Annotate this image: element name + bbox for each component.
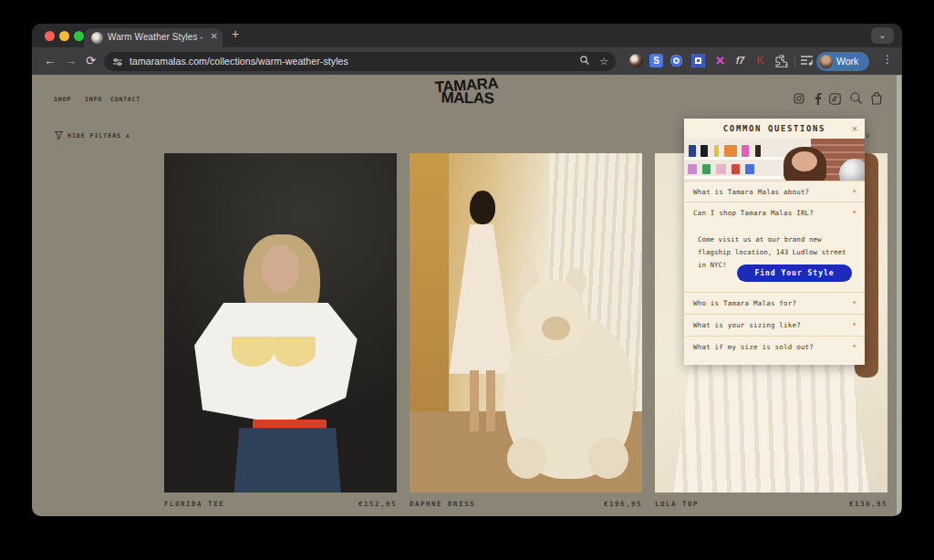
f7-extension-icon[interactable]: f7 bbox=[733, 54, 748, 68]
url-text: tamaramalas.com/collections/warm-weather… bbox=[130, 56, 348, 67]
facebook-icon[interactable] bbox=[814, 93, 822, 105]
instagram-icon[interactable] bbox=[794, 93, 804, 104]
reload-button[interactable]: ⟳ bbox=[86, 53, 96, 68]
product-price: €196,95 bbox=[604, 500, 642, 508]
tab-title: Warm Weather Styles – Tama bbox=[108, 32, 202, 42]
faq-question-4[interactable]: What is your sizing like? ▾ bbox=[684, 314, 865, 335]
profile-chip[interactable]: Work bbox=[816, 52, 869, 71]
nav-item-shop[interactable]: SHOP bbox=[54, 96, 71, 103]
browser-window: Warm Weather Styles – Tama ✕ + ⌄ ← → ⟳ t… bbox=[32, 24, 902, 516]
product-name: LOLA TOP bbox=[655, 500, 699, 508]
find-your-style-button[interactable]: Find Your Style bbox=[737, 264, 852, 282]
faq-widget: COMMON QUESTIONS ✕ What is Tamara Malas … bbox=[684, 119, 865, 365]
product-caption[interactable]: FLORIDA TEE €152,95 bbox=[164, 500, 397, 508]
pink-x-extension-icon[interactable]: ✕ bbox=[713, 54, 728, 68]
product-caption[interactable]: DAPHNE DRESS €196,95 bbox=[410, 500, 642, 508]
browser-tab[interactable]: Warm Weather Styles – Tama ✕ bbox=[84, 28, 223, 47]
faq-question-3[interactable]: Who is Tamara Malas for? ▾ bbox=[684, 292, 865, 313]
close-icon[interactable]: ✕ bbox=[852, 123, 857, 133]
nav-item-contact[interactable]: CONTACT bbox=[110, 96, 140, 103]
macos-zoom-button[interactable] bbox=[74, 31, 84, 41]
browser-toolbar: ← → ⟳ tamaramalas.com/collections/warm-w… bbox=[32, 47, 902, 75]
faq-widget-banner-photo bbox=[684, 139, 865, 181]
faq-question-2[interactable]: Can I shop Tamara Malas IRL? ▾ bbox=[684, 202, 865, 223]
product-price: €152,95 bbox=[358, 500, 397, 508]
tab-search-button[interactable]: ⌄ bbox=[871, 27, 894, 44]
close-tab-icon[interactable]: ✕ bbox=[211, 31, 218, 41]
caret-down-icon: ▾ bbox=[852, 187, 856, 195]
blue-s-extension-icon[interactable]: S bbox=[649, 54, 664, 68]
product-image-daphne-dress[interactable] bbox=[410, 153, 642, 493]
bag-icon[interactable] bbox=[870, 91, 883, 105]
favicon-icon bbox=[91, 32, 103, 44]
bookmark-star-icon[interactable]: ☆ bbox=[599, 56, 608, 67]
nav-item-info[interactable]: INFO bbox=[85, 96, 102, 103]
caret-down-icon: ▾ bbox=[852, 320, 856, 328]
dark-circle-extension-icon[interactable] bbox=[629, 54, 644, 68]
tiktok-icon[interactable] bbox=[829, 93, 841, 105]
back-button[interactable]: ← bbox=[44, 53, 56, 68]
faq-question-1[interactable]: What is Tamara Malas about? ▾ bbox=[684, 181, 865, 202]
caret-down-icon: ▾ bbox=[852, 342, 856, 350]
new-tab-button[interactable]: + bbox=[232, 26, 239, 41]
sort-caret-icon[interactable]: ∨ bbox=[866, 131, 870, 140]
filter-funnel-icon bbox=[55, 131, 63, 140]
product-price: €130,95 bbox=[849, 500, 887, 508]
red-k-extension-icon[interactable]: K bbox=[753, 54, 768, 68]
blue-gear-extension-icon[interactable] bbox=[691, 54, 706, 68]
product-name: DAPHNE DRESS bbox=[410, 500, 475, 508]
caret-up-icon: ∧ bbox=[126, 132, 130, 140]
search-lens-icon[interactable] bbox=[579, 55, 590, 66]
site-info-icon[interactable] bbox=[112, 57, 123, 67]
extensions-puzzle-icon[interactable] bbox=[775, 55, 790, 69]
hide-filters-button[interactable]: HIDE FILTERS ∧ bbox=[55, 131, 130, 140]
caret-down-icon: ▾ bbox=[852, 208, 856, 216]
tab-strip: Warm Weather Styles – Tama ✕ + ⌄ bbox=[32, 24, 902, 47]
blue-dot-extension-icon[interactable] bbox=[670, 55, 685, 69]
macos-close-button[interactable] bbox=[45, 31, 55, 41]
caret-down-icon: ▾ bbox=[852, 298, 856, 306]
address-bar[interactable]: tamaramalas.com/collections/warm-weather… bbox=[104, 52, 616, 71]
page-scrollbar[interactable] bbox=[897, 75, 901, 516]
site-logo[interactable]: TAMARAMALAS bbox=[434, 78, 499, 108]
avatar bbox=[819, 55, 833, 68]
profile-label: Work bbox=[836, 56, 858, 67]
faq-widget-title: COMMON QUESTIONS bbox=[684, 124, 865, 133]
filter-label: HIDE FILTERS bbox=[67, 132, 121, 140]
forward-button[interactable]: → bbox=[65, 53, 77, 68]
search-icon[interactable] bbox=[849, 91, 863, 105]
faq-question-5[interactable]: What if my size is sold out? ▾ bbox=[684, 336, 865, 365]
product-name: FLORIDA TEE bbox=[164, 500, 224, 508]
product-caption[interactable]: LOLA TOP €130,95 bbox=[655, 500, 887, 508]
product-image-florida-tee[interactable] bbox=[164, 153, 397, 493]
more-menu-icon[interactable]: ⋮ bbox=[882, 53, 893, 66]
macos-minimize-button[interactable] bbox=[59, 31, 69, 41]
media-controls-icon[interactable] bbox=[800, 55, 815, 69]
faq-answer: Come visit us at our brand new flagship … bbox=[684, 223, 865, 292]
toolbar-divider bbox=[794, 55, 795, 67]
